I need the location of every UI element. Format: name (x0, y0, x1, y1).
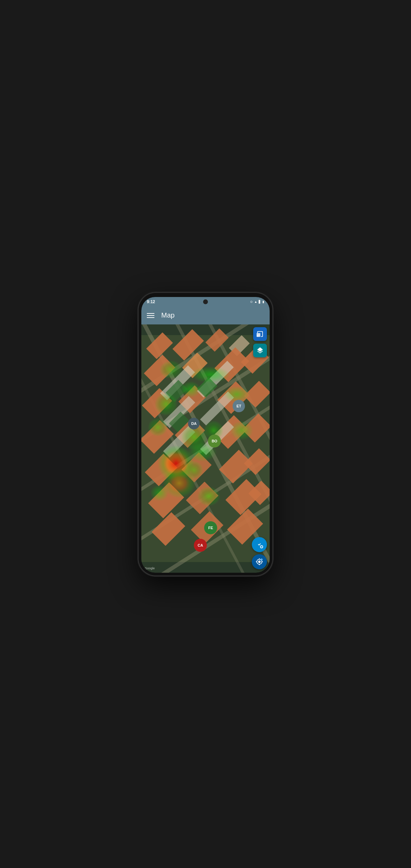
my-location-button[interactable] (252, 554, 267, 569)
svg-point-57 (148, 418, 168, 436)
menu-button[interactable] (147, 313, 154, 318)
hamburger-line-2 (147, 315, 154, 316)
marker-FE-label: FE (208, 526, 213, 530)
svg-point-55 (185, 461, 203, 479)
svg-rect-64 (261, 546, 263, 547)
svg-point-52 (224, 386, 250, 402)
add-task-icon (256, 541, 263, 548)
my-location-icon (256, 558, 263, 566)
layers-button[interactable] (253, 327, 267, 341)
svg-point-51 (191, 366, 230, 383)
svg-rect-61 (257, 333, 260, 337)
svg-point-65 (260, 558, 262, 560)
status-icons: ⊙ ▲ ▋ ▮ (250, 300, 264, 304)
hamburger-line-3 (147, 317, 154, 318)
marker-DA[interactable]: DA (188, 418, 200, 429)
stack-icon (256, 347, 264, 354)
map-container[interactable]: ET DA BO FE CA (141, 324, 270, 573)
svg-point-60 (181, 381, 201, 397)
location-icon: ⊙ (250, 300, 253, 304)
svg-point-53 (230, 420, 253, 440)
app-bar: Map (141, 307, 270, 324)
svg-point-58 (150, 485, 169, 501)
status-bar: 9:12 ⊙ ▲ ▋ ▮ (141, 297, 270, 307)
svg-point-49 (154, 392, 177, 415)
phone-frame: 9:12 ⊙ ▲ ▋ ▮ Map (139, 293, 272, 575)
marker-CA-label: CA (198, 543, 203, 547)
marker-ET[interactable]: ET (233, 400, 245, 412)
camera-cutout (203, 299, 208, 304)
page-title: Map (161, 311, 175, 319)
signal-icon: ▋ (259, 300, 261, 304)
add-task-button[interactable] (252, 537, 267, 552)
stack-button[interactable] (253, 344, 267, 357)
marker-FE[interactable]: FE (204, 521, 217, 534)
marker-CA[interactable]: CA (194, 539, 207, 552)
marker-BO-label: BO (212, 439, 218, 443)
google-watermark: Google (145, 567, 155, 570)
marker-BO[interactable]: BO (208, 435, 221, 448)
phone-screen: 9:12 ⊙ ▲ ▋ ▮ Map (141, 297, 270, 573)
marker-DA-label: DA (191, 421, 197, 426)
layers-icon (256, 330, 264, 338)
wifi-icon: ▲ (254, 300, 257, 304)
hamburger-line-1 (147, 313, 154, 314)
svg-point-54 (197, 486, 220, 506)
svg-point-59 (160, 360, 183, 379)
status-time: 9:12 (147, 299, 155, 304)
battery-icon: ▮ (262, 300, 264, 304)
marker-ET-label: ET (236, 404, 241, 408)
map-svg (141, 324, 270, 573)
